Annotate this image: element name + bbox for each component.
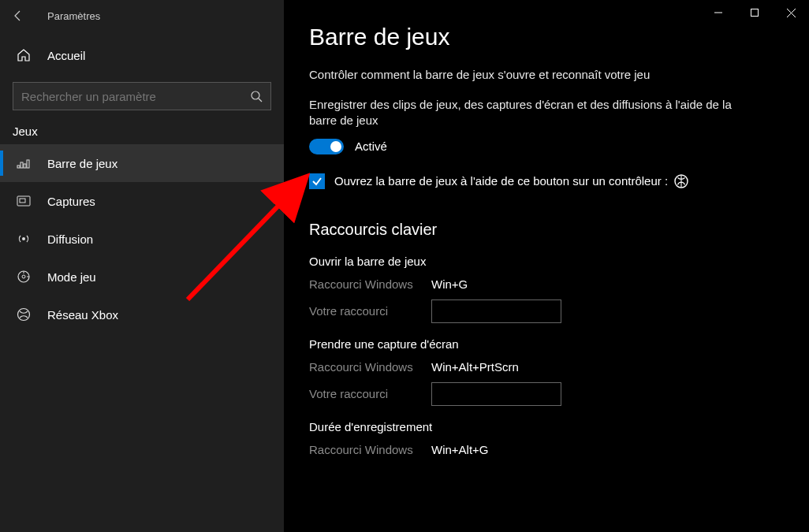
- shortcut-windows-label: Raccourci Windows: [309, 443, 431, 456]
- sidebar-home[interactable]: Accueil: [0, 36, 284, 74]
- svg-rect-8: [24, 164, 26, 168]
- search-icon: [250, 90, 263, 102]
- back-button[interactable]: [11, 3, 36, 28]
- sidebar-home-label: Accueil: [47, 49, 85, 62]
- sidebar-category-label: Jeux: [0, 110, 284, 144]
- main-content: Barre de jeux Contrôler comment la barre…: [284, 0, 809, 532]
- shortcut-windows-value: Win+Alt+G: [431, 443, 489, 456]
- game-mode-icon: [14, 270, 33, 284]
- sidebar-item-xbox-network[interactable]: Réseau Xbox: [0, 296, 284, 333]
- svg-rect-6: [17, 166, 20, 168]
- svg-rect-11: [20, 199, 25, 203]
- window-title: Paramètres: [47, 10, 100, 22]
- search-input[interactable]: [21, 90, 250, 103]
- svg-rect-1: [751, 9, 759, 17]
- shortcut-user-input[interactable]: [431, 299, 561, 323]
- xbox-network-icon: [14, 307, 33, 322]
- svg-point-14: [22, 275, 25, 278]
- search-input-container[interactable]: [13, 82, 271, 110]
- shortcut-name: Prendre une capture d'écran: [309, 337, 784, 351]
- shortcut-user-input[interactable]: [431, 382, 561, 406]
- sidebar-item-label: Captures: [47, 195, 95, 208]
- toggle-state-label: Activé: [355, 140, 387, 153]
- shortcut-name: Durée d'enregistrement: [309, 420, 784, 433]
- controller-checkbox-label: Ouvrez la barre de jeux à l'aide de ce b…: [334, 174, 688, 188]
- minimize-button[interactable]: [700, 0, 736, 25]
- sidebar: Paramètres Accueil Jeux Barre de jeux Ca…: [0, 0, 284, 532]
- shortcut-windows-value: Win+Alt+PrtScrn: [431, 360, 519, 374]
- sidebar-item-label: Diffusion: [47, 233, 93, 246]
- titlebar: Paramètres: [0, 0, 284, 32]
- broadcast-icon: [14, 232, 33, 246]
- close-button[interactable]: [773, 0, 809, 25]
- shortcut-group-screenshot: Prendre une capture d'écran Raccourci Wi…: [309, 337, 784, 406]
- svg-point-12: [22, 237, 25, 240]
- sidebar-item-label: Barre de jeux: [47, 157, 117, 170]
- page-title: Barre de jeux: [309, 24, 784, 50]
- captures-icon: [14, 195, 33, 206]
- gamebar-toggle[interactable]: [309, 139, 344, 154]
- home-icon: [14, 48, 33, 62]
- shortcuts-section-title: Raccourcis clavier: [309, 221, 784, 239]
- controller-checkbox[interactable]: [309, 173, 325, 189]
- sidebar-item-captures[interactable]: Captures: [0, 182, 284, 220]
- sidebar-item-label: Mode jeu: [47, 270, 96, 284]
- shortcut-group-record-duration: Durée d'enregistrement Raccourci Windows…: [309, 420, 784, 462]
- shortcut-user-label: Votre raccourci: [309, 387, 431, 400]
- xbox-icon: [674, 174, 688, 188]
- shortcut-windows-label: Raccourci Windows: [309, 277, 431, 291]
- sidebar-item-label: Réseau Xbox: [47, 308, 118, 322]
- toggle-description: Enregistrer des clips de jeux, des captu…: [309, 97, 751, 129]
- sidebar-item-broadcast[interactable]: Diffusion: [0, 220, 284, 258]
- svg-point-17: [18, 309, 30, 321]
- checkbox-text: Ouvrez la barre de jeux à l'aide de ce b…: [334, 174, 668, 188]
- page-description: Contrôler comment la barre de jeux s'ouv…: [309, 68, 751, 81]
- svg-line-5: [259, 99, 262, 102]
- svg-rect-9: [27, 160, 29, 168]
- shortcut-group-open-gamebar: Ouvrir la barre de jeux Raccourci Window…: [309, 255, 784, 323]
- svg-rect-10: [17, 196, 30, 206]
- shortcut-windows-label: Raccourci Windows: [309, 360, 431, 374]
- shortcut-name: Ouvrir la barre de jeux: [309, 255, 784, 268]
- shortcut-user-label: Votre raccourci: [309, 304, 431, 318]
- shortcut-windows-value: Win+G: [431, 277, 468, 291]
- svg-rect-7: [21, 162, 23, 168]
- sidebar-item-game-mode[interactable]: Mode jeu: [0, 258, 284, 296]
- game-bar-icon: [14, 158, 33, 169]
- sidebar-item-game-bar[interactable]: Barre de jeux: [0, 144, 284, 182]
- svg-point-4: [252, 91, 259, 99]
- maximize-button[interactable]: [736, 0, 773, 25]
